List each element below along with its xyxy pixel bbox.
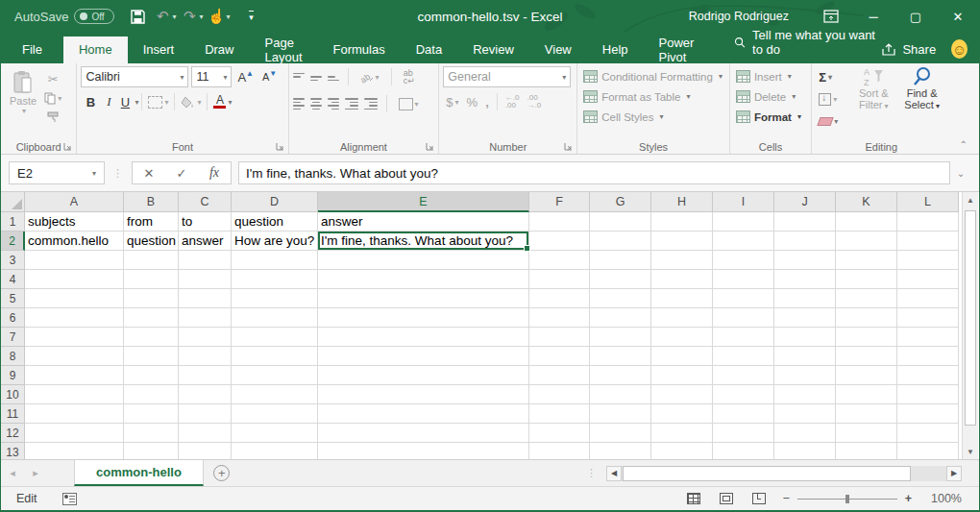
- horizontal-scrollbar-thumb[interactable]: [623, 466, 911, 481]
- cell-F7[interactable]: [529, 328, 590, 347]
- cell-J10[interactable]: [774, 385, 836, 404]
- percent-style-button[interactable]: %: [464, 91, 481, 112]
- cell-B9[interactable]: [124, 366, 179, 385]
- cell-J5[interactable]: [774, 289, 836, 308]
- cell-G12[interactable]: [590, 424, 651, 443]
- cell-G11[interactable]: [590, 404, 651, 424]
- cell-C1[interactable]: to: [179, 212, 232, 232]
- cell-D2[interactable]: How are you?: [232, 232, 318, 251]
- expand-formula-bar-button[interactable]: ⌄: [950, 168, 971, 179]
- align-left-button[interactable]: [293, 98, 305, 110]
- cell-H4[interactable]: [651, 270, 713, 289]
- cell-K1[interactable]: [836, 212, 897, 232]
- cell-A7[interactable]: [25, 328, 124, 347]
- cell-E6[interactable]: [318, 308, 529, 328]
- cell-L9[interactable]: [897, 366, 959, 385]
- cell-I7[interactable]: [713, 328, 774, 347]
- scroll-right-arrow[interactable]: ▶: [946, 466, 962, 481]
- decrease-font-button[interactable]: A▼: [259, 66, 280, 87]
- sheet-nav-left[interactable]: ◂: [1, 460, 24, 486]
- tab-power-pivot[interactable]: Power Pivot: [644, 37, 710, 63]
- cell-K3[interactable]: [836, 251, 897, 270]
- cell-I5[interactable]: [713, 289, 774, 308]
- number-format-combo[interactable]: General▾: [443, 66, 571, 87]
- cell-A4[interactable]: [25, 270, 124, 289]
- middle-align-button[interactable]: [310, 73, 322, 82]
- minimize-button[interactable]: ─: [852, 0, 894, 33]
- top-align-button[interactable]: [293, 73, 305, 82]
- cell-H3[interactable]: [651, 251, 713, 270]
- underline-dropdown[interactable]: ▾: [135, 98, 138, 107]
- cell-A12[interactable]: [25, 424, 124, 443]
- cell-L7[interactable]: [897, 328, 959, 347]
- cell-A9[interactable]: [25, 366, 124, 385]
- cell-I3[interactable]: [713, 251, 774, 270]
- cell-F12[interactable]: [529, 424, 590, 443]
- cell-E11[interactable]: [318, 404, 529, 424]
- cell-L6[interactable]: [897, 308, 959, 328]
- cell-C3[interactable]: [179, 251, 232, 270]
- undo-button[interactable]: ↶: [151, 4, 174, 29]
- cell-H12[interactable]: [651, 424, 713, 443]
- increase-indent-button[interactable]: [364, 98, 378, 110]
- cell-A8[interactable]: [25, 347, 124, 366]
- enter-button[interactable]: ✓: [165, 162, 198, 183]
- name-box[interactable]: E2 ▾: [9, 161, 105, 184]
- cell-A3[interactable]: [25, 251, 124, 270]
- tab-home[interactable]: Home: [63, 37, 128, 63]
- cell-E9[interactable]: [318, 366, 529, 385]
- scroll-left-arrow[interactable]: ◀: [606, 466, 622, 481]
- cell-J11[interactable]: [774, 404, 836, 424]
- cell-K2[interactable]: [836, 232, 897, 251]
- increase-font-button[interactable]: A▲: [234, 66, 257, 87]
- tab-formulas[interactable]: Formulas: [318, 37, 401, 63]
- row-header-7[interactable]: 7: [1, 328, 25, 347]
- row-header-8[interactable]: 8: [1, 347, 25, 366]
- cell-D8[interactable]: [232, 347, 318, 366]
- number-dialog-launcher[interactable]: [564, 142, 574, 152]
- cell-B11[interactable]: [124, 404, 179, 424]
- zoom-out-button[interactable]: −: [782, 492, 789, 505]
- cell-B4[interactable]: [124, 270, 179, 289]
- cell-E7[interactable]: [318, 328, 529, 347]
- column-header-J[interactable]: J: [774, 192, 836, 212]
- cell-B3[interactable]: [124, 251, 179, 270]
- user-name[interactable]: Rodrigo Rodriguez: [689, 10, 789, 23]
- italic-button[interactable]: I: [100, 91, 117, 112]
- cell-H6[interactable]: [651, 308, 713, 328]
- tab-page-layout[interactable]: Page Layout: [250, 37, 318, 63]
- cell-K4[interactable]: [836, 270, 897, 289]
- scroll-up-arrow[interactable]: ▲: [963, 192, 978, 208]
- cell-J4[interactable]: [774, 270, 836, 289]
- cell-E4[interactable]: [318, 270, 529, 289]
- cell-I12[interactable]: [713, 424, 774, 443]
- cell-C4[interactable]: [179, 270, 232, 289]
- cell-E12[interactable]: [318, 424, 529, 443]
- column-header-E[interactable]: E: [318, 192, 529, 212]
- font-name-combo[interactable]: Calibri▾: [81, 66, 188, 87]
- cut-button[interactable]: ✂: [41, 70, 64, 87]
- cell-D4[interactable]: [232, 270, 318, 289]
- cell-I4[interactable]: [713, 270, 774, 289]
- cell-C6[interactable]: [179, 308, 232, 328]
- cell-F1[interactable]: [529, 212, 590, 232]
- scroll-down-arrow[interactable]: ▼: [963, 444, 978, 460]
- cell-F3[interactable]: [529, 251, 590, 270]
- row-header-3[interactable]: 3: [1, 251, 25, 270]
- fill-button[interactable]: ▾: [816, 88, 849, 110]
- cell-L11[interactable]: [897, 404, 959, 424]
- orientation-button[interactable]: ab ▾: [357, 66, 382, 87]
- save-button[interactable]: [126, 4, 149, 29]
- autosave-toggle[interactable]: AutoSave Off: [14, 9, 114, 24]
- cell-I9[interactable]: [713, 366, 774, 385]
- delete-cells-button[interactable]: Delete▾: [734, 86, 807, 107]
- cell-H9[interactable]: [651, 366, 713, 385]
- center-button[interactable]: [310, 98, 322, 110]
- cell-B12[interactable]: [124, 424, 179, 443]
- font-dialog-launcher[interactable]: [276, 142, 285, 152]
- vertical-scrollbar[interactable]: ▲ ▼: [962, 192, 978, 460]
- column-header-D[interactable]: D: [232, 192, 318, 212]
- column-header-I[interactable]: I: [713, 192, 774, 212]
- format-cells-button[interactable]: Format▾: [734, 107, 807, 127]
- macro-record-icon[interactable]: [62, 493, 77, 505]
